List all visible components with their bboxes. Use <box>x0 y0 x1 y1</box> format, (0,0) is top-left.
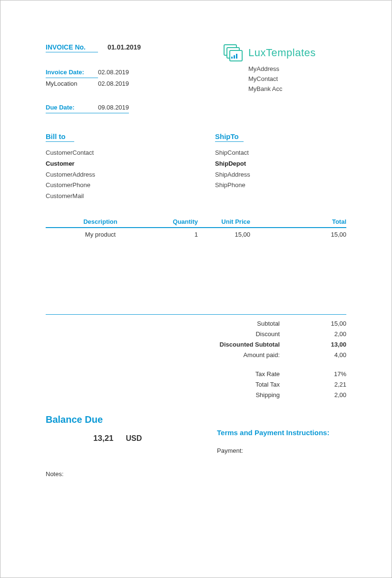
header-row: INVOICE No. 01.01.2019 Invoice Date: 02.… <box>46 43 346 113</box>
discount-row: Discount 2,00 <box>46 329 346 339</box>
total-tax-value: 2,21 <box>289 379 346 390</box>
balance-amount: 13,21 <box>93 434 114 443</box>
discounted-subtotal-label: Discounted Subtotal <box>188 339 289 350</box>
ship-to-title: ShipTo <box>215 132 244 142</box>
item-quantity: 1 <box>155 231 198 238</box>
amount-paid-label: Amount paid: <box>188 350 289 360</box>
invoice-date-label: Invoice Date: <box>46 67 98 78</box>
bottom-row: Balance Due 13,21 USD Terms and Payment … <box>46 414 346 454</box>
company-contact: MyContact <box>248 74 346 84</box>
invoice-page: INVOICE No. 01.01.2019 Invoice Date: 02.… <box>0 0 392 578</box>
col-description: Description <box>46 218 155 225</box>
shipping-label: Shipping <box>188 390 289 400</box>
ship-to-phone: ShipPhone <box>215 180 346 191</box>
invoice-number-label: INVOICE No. <box>46 43 98 52</box>
line-item-row: My product 1 15,00 15,00 <box>46 228 346 238</box>
terms-title: Terms and Payment Instructions: <box>217 429 346 437</box>
amount-paid-value: 4,00 <box>289 350 346 360</box>
invoice-date-row: Invoice Date: 02.08.2019 <box>46 67 146 78</box>
subtotal-row: Subtotal 15,00 <box>46 319 346 329</box>
brand-row: LuxTemplates <box>223 43 346 62</box>
shipping-value: 2,00 <box>289 390 346 400</box>
company-address: MyAddress <box>248 64 346 74</box>
company-block: LuxTemplates MyAddress MyContact MyBank … <box>223 43 346 113</box>
discount-label: Discount <box>188 329 289 339</box>
discount-value: 2,00 <box>289 329 346 339</box>
col-quantity: Quantity <box>155 218 198 225</box>
discounted-subtotal-value: 13,00 <box>289 339 346 350</box>
brand-name: LuxTemplates <box>248 47 316 59</box>
invoice-meta-block: INVOICE No. 01.01.2019 Invoice Date: 02.… <box>46 43 179 113</box>
col-unit-price: Unit Price <box>198 218 250 225</box>
notes-label: Notes: <box>46 470 346 478</box>
subtotal-value: 15,00 <box>289 319 346 329</box>
ship-to-name: ShipDepot <box>215 159 346 169</box>
company-lines: MyAddress MyContact MyBank Acc <box>248 64 346 94</box>
tax-rate-label: Tax Rate <box>188 369 289 379</box>
location-row: MyLocation 02.08.2019 <box>46 78 146 89</box>
balance-due-block: Balance Due 13,21 USD <box>46 414 217 454</box>
item-description: My product <box>46 231 155 238</box>
amount-paid-row: Amount paid: 4,00 <box>46 350 346 360</box>
invoice-meta-table: Invoice Date: 02.08.2019 MyLocation 02.0… <box>46 67 146 113</box>
totals-block: Subtotal 15,00 Discount 2,00 Discounted … <box>46 319 346 401</box>
bill-to-block: Bill to CustomerContact Customer Custome… <box>46 132 177 202</box>
line-items-header: Description Quantity Unit Price Total <box>46 218 346 228</box>
bill-to-name: Customer <box>46 159 177 169</box>
brand-logo-icon <box>223 43 245 62</box>
balance-amount-row: 13,21 USD <box>46 434 217 443</box>
location-value: 02.08.2019 <box>98 78 129 89</box>
invoice-number-row: INVOICE No. 01.01.2019 <box>46 43 179 52</box>
totals-separator <box>46 314 346 315</box>
ship-to-contact: ShipContact <box>215 148 346 159</box>
tax-rate-row: Tax Rate 17% <box>46 369 346 379</box>
location-label: MyLocation <box>46 78 98 89</box>
col-total: Total <box>250 218 346 225</box>
bill-to-address: CustomerAddress <box>46 169 177 180</box>
invoice-number-value: 01.01.2019 <box>108 43 141 51</box>
terms-block: Terms and Payment Instructions: Payment: <box>217 414 346 454</box>
bill-to-contact: CustomerContact <box>46 148 177 159</box>
payment-label: Payment: <box>217 447 346 454</box>
balance-currency: USD <box>126 434 142 443</box>
shipping-row: Shipping 2,00 <box>46 390 346 400</box>
item-unit-price: 15,00 <box>198 231 250 238</box>
tax-rate-value: 17% <box>289 369 346 379</box>
balance-due-title: Balance Due <box>46 414 217 425</box>
bill-to-mail: CustomerMail <box>46 191 177 202</box>
due-date-row: Due Date: 09.08.2019 <box>46 102 146 113</box>
item-total: 15,00 <box>250 231 346 238</box>
invoice-date-value: 02.08.2019 <box>98 67 129 78</box>
due-date-label: Due Date: <box>46 102 98 113</box>
line-items-table: Description Quantity Unit Price Total My… <box>46 218 346 238</box>
parties-row: Bill to CustomerContact Customer Custome… <box>46 132 346 202</box>
bill-to-title: Bill to <box>46 132 74 142</box>
due-date-value: 09.08.2019 <box>98 102 129 113</box>
discounted-subtotal-row: Discounted Subtotal 13,00 <box>46 339 346 350</box>
total-tax-row: Total Tax 2,21 <box>46 379 346 390</box>
bill-to-phone: CustomerPhone <box>46 180 177 191</box>
ship-to-address: ShipAddress <box>215 169 346 180</box>
company-bank: MyBank Acc <box>248 84 346 94</box>
total-tax-label: Total Tax <box>188 379 289 390</box>
ship-to-block: ShipTo ShipContact ShipDepot ShipAddress… <box>177 132 346 202</box>
subtotal-label: Subtotal <box>188 319 289 329</box>
